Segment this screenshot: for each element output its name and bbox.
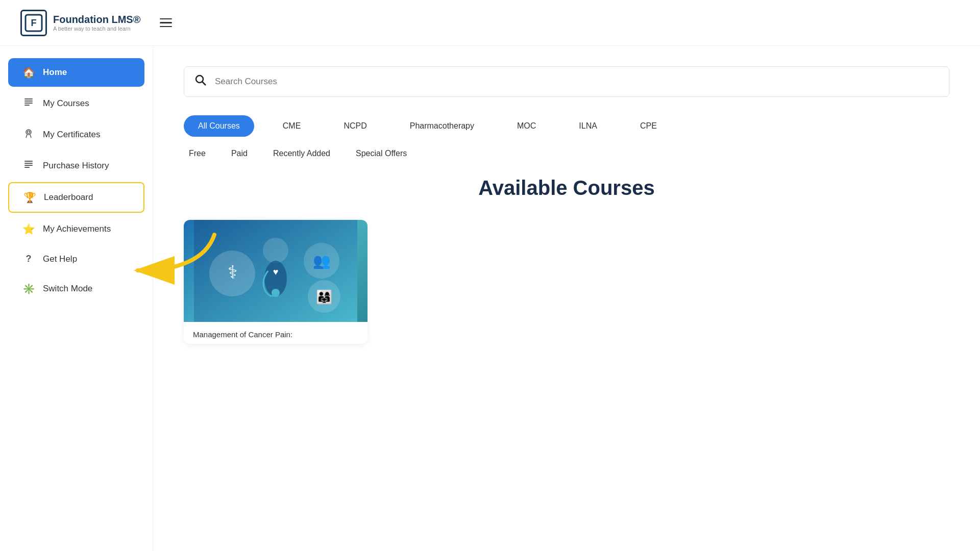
home-icon: 🏠 <box>22 66 35 79</box>
svg-point-22 <box>272 289 280 297</box>
main-layout: 🏠 Home My Courses <box>0 46 980 551</box>
hamburger-menu[interactable] <box>156 14 176 32</box>
leaderboard-icon: 🏆 <box>23 191 36 204</box>
sidebar-item-my-achievements[interactable]: ⭐ My Achievements <box>8 215 144 243</box>
purchase-icon <box>22 159 35 172</box>
filter-cpe[interactable]: CPE <box>626 115 671 137</box>
svg-point-7 <box>28 131 30 134</box>
logo-area: F Foundation LMS® A better way to teach … <box>20 10 140 36</box>
logo-icon: F <box>20 10 47 36</box>
svg-rect-11 <box>24 163 33 164</box>
svg-line-16 <box>203 82 206 86</box>
sidebar-item-label: Switch Mode <box>43 284 92 294</box>
sidebar-item-label: Home <box>43 67 67 78</box>
course-card-image: ⚕ ♥ 👥 <box>184 220 368 322</box>
sidebar-item-my-courses[interactable]: My Courses <box>8 89 144 118</box>
filter-all-courses[interactable]: All Courses <box>184 115 254 137</box>
filter-recently-added[interactable]: Recently Added <box>273 149 330 158</box>
courses-grid: ⚕ ♥ 👥 <box>184 220 949 344</box>
sidebar-item-label: Get Help <box>43 254 77 264</box>
sidebar-item-label: Purchase History <box>43 161 109 171</box>
svg-text:♥: ♥ <box>273 267 279 277</box>
courses-icon <box>22 97 35 110</box>
sidebar-item-purchase-history[interactable]: Purchase History <box>8 151 144 180</box>
filter-row-2: Free Paid Recently Added Special Offers <box>184 149 949 158</box>
logo-subtitle: A better way to teach and learn <box>53 26 140 32</box>
svg-rect-10 <box>24 161 33 162</box>
header: F Foundation LMS® A better way to teach … <box>0 0 980 46</box>
logo-text: Foundation LMS® A better way to teach an… <box>53 14 140 32</box>
filter-row-1: All Courses CME NCPD Pharmacotherapy MOC… <box>184 115 949 137</box>
filter-ncpd[interactable]: NCPD <box>329 115 381 137</box>
svg-rect-3 <box>24 101 33 102</box>
filter-ilna[interactable]: ILNA <box>565 115 611 137</box>
filter-paid[interactable]: Paid <box>231 149 248 158</box>
filter-pharmacotherapy[interactable]: Pharmacotherapy <box>396 115 488 137</box>
search-bar[interactable] <box>184 66 949 97</box>
sidebar-item-label: My Courses <box>43 98 89 109</box>
svg-rect-4 <box>24 103 33 104</box>
svg-rect-5 <box>24 105 30 106</box>
course-card[interactable]: ⚕ ♥ 👥 <box>184 220 368 344</box>
filter-special-offers[interactable]: Special Offers <box>356 149 407 158</box>
svg-point-15 <box>196 76 203 83</box>
sidebar-item-get-help[interactable]: ? Get Help <box>8 245 144 272</box>
course-card-title: Management of Cancer Pain: <box>184 322 368 344</box>
section-title: Available Courses <box>184 177 949 199</box>
help-icon: ? <box>22 254 35 264</box>
svg-text:F: F <box>31 18 37 28</box>
svg-line-8 <box>26 135 27 138</box>
svg-rect-13 <box>24 167 30 168</box>
svg-text:👨‍👩‍👧: 👨‍👩‍👧 <box>316 289 333 305</box>
logo-title: Foundation LMS® <box>53 14 140 26</box>
filter-free[interactable]: Free <box>189 149 206 158</box>
sidebar-item-my-certificates[interactable]: My Certificates <box>8 120 144 149</box>
content-area: All Courses CME NCPD Pharmacotherapy MOC… <box>153 46 980 551</box>
filter-moc[interactable]: MOC <box>503 115 550 137</box>
svg-point-6 <box>26 130 31 135</box>
svg-line-9 <box>30 135 31 138</box>
switch-mode-icon: ✳️ <box>22 283 35 295</box>
achievements-icon: ⭐ <box>22 223 35 235</box>
sidebar-item-leaderboard[interactable]: 🏆 Leaderboard <box>8 182 144 213</box>
filter-cme[interactable]: CME <box>268 115 315 137</box>
sidebar-item-label: My Certificates <box>43 130 100 140</box>
svg-text:👥: 👥 <box>313 253 331 269</box>
svg-rect-2 <box>24 98 33 99</box>
search-input[interactable] <box>215 77 939 87</box>
svg-text:⚕: ⚕ <box>228 262 237 283</box>
svg-point-20 <box>263 238 288 263</box>
sidebar-item-home[interactable]: 🏠 Home <box>8 58 144 87</box>
sidebar-item-label: My Achievements <box>43 224 111 234</box>
sidebar-item-label: Leaderboard <box>44 192 93 203</box>
certificates-icon <box>22 128 35 141</box>
sidebar: 🏠 Home My Courses <box>0 46 153 551</box>
sidebar-item-switch-mode[interactable]: ✳️ Switch Mode <box>8 274 144 303</box>
svg-rect-12 <box>24 165 33 166</box>
search-icon <box>194 74 207 89</box>
